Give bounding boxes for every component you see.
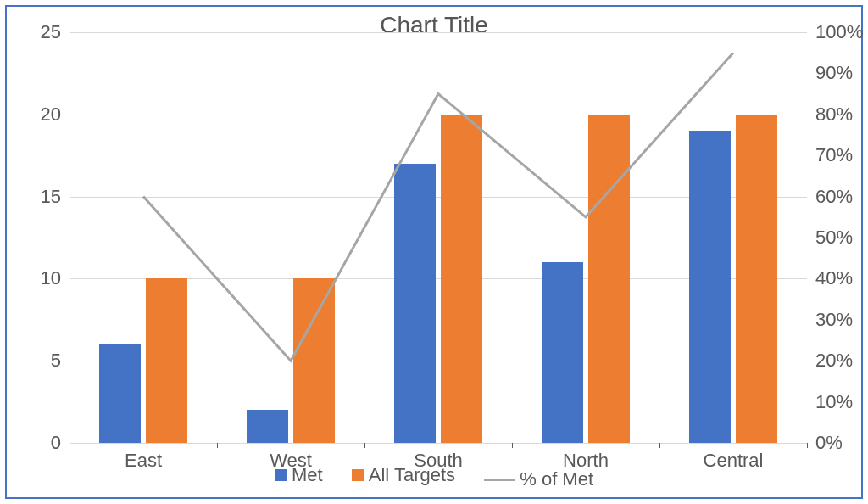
legend-item-pct-of-met: % of Met	[484, 468, 593, 490]
legend-swatch-all-targets	[352, 469, 364, 481]
x-tick	[807, 443, 808, 448]
legend: Met All Targets % of Met	[7, 464, 861, 491]
y-right-tick-label: 100%	[815, 21, 866, 43]
y-left-tick-label: 0	[10, 432, 61, 454]
y-left-tick-label: 20	[10, 104, 61, 126]
y-right-tick-label: 70%	[815, 144, 866, 166]
y-right-tick-label: 30%	[815, 309, 866, 331]
legend-line-pct-of-met	[484, 479, 515, 481]
y-right-tick-label: 60%	[815, 186, 866, 208]
y-left-tick-label: 5	[10, 350, 61, 372]
y-right-tick-label: 10%	[815, 391, 866, 413]
legend-label-pct-of-met: % of Met	[520, 468, 593, 490]
x-tick	[70, 443, 70, 448]
y-left-tick-label: 15	[10, 186, 61, 208]
x-tick	[659, 443, 660, 448]
legend-label-met: Met	[292, 464, 323, 486]
y-right-tick-label: 0%	[815, 432, 866, 454]
y-right-tick-label: 40%	[815, 267, 866, 289]
y-right-tick-label: 90%	[815, 62, 866, 84]
pct-of-met-line	[70, 32, 807, 443]
y-left-tick-label: 25	[10, 21, 61, 43]
x-tick	[512, 443, 513, 448]
y-right-tick-label: 20%	[815, 350, 866, 372]
legend-label-all-targets: All Targets	[369, 464, 455, 486]
chart-frame: Chart Title 05101520250%10%20%30%40%50%6…	[5, 5, 863, 499]
legend-item-met: Met	[275, 464, 323, 486]
plot-area: 05101520250%10%20%30%40%50%60%70%80%90%1…	[70, 32, 807, 443]
legend-swatch-met	[275, 469, 287, 481]
y-right-tick-label: 80%	[815, 104, 866, 126]
x-tick	[364, 443, 365, 448]
legend-item-all-targets: All Targets	[352, 464, 455, 486]
grid-line	[70, 443, 807, 444]
y-right-tick-label: 50%	[815, 227, 866, 249]
x-tick	[217, 443, 218, 448]
y-left-tick-label: 10	[10, 267, 61, 289]
